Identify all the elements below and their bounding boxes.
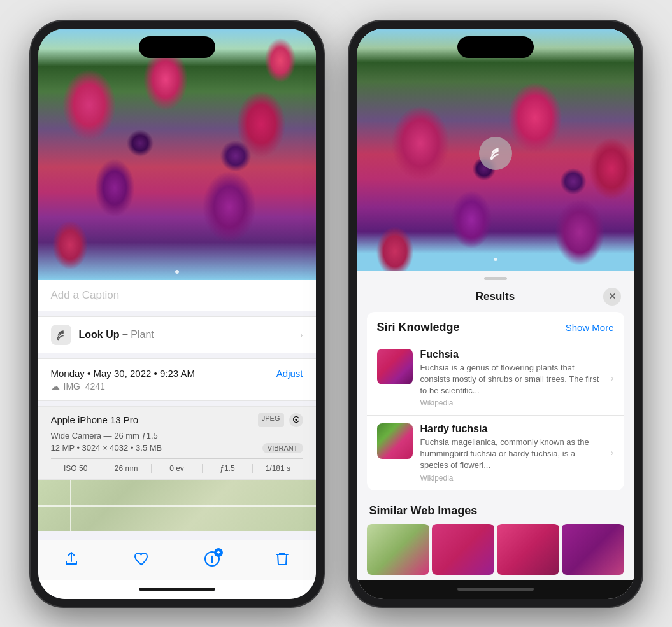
lookup-row[interactable]: Look Up – Plant › xyxy=(38,316,316,353)
dynamic-island-right xyxy=(457,36,534,58)
sim-image-3[interactable] xyxy=(497,524,559,575)
camera-icon: ⦿ xyxy=(289,413,303,427)
similar-images-row xyxy=(367,524,624,575)
hardy-info: Hardy fuchsia Fuchsia magellanica, commo… xyxy=(420,423,603,483)
photo-dot-right xyxy=(494,258,497,261)
filename-text: IMG_4241 xyxy=(64,381,105,391)
siri-header: Siri Knowledge Show More xyxy=(367,312,624,341)
lookup-leaf-icon xyxy=(487,144,504,162)
fuchsia-name: Fuchsia xyxy=(420,349,603,360)
camera-spec: Wide Camera — 26 mm ƒ1.5 xyxy=(51,431,303,440)
device-name: Apple iPhone 13 Pro xyxy=(51,414,139,425)
results-close-button[interactable]: ✕ xyxy=(603,288,621,306)
similar-section: Similar Web Images xyxy=(367,498,624,575)
toolbar-left: ✦ xyxy=(38,540,316,580)
photo-left[interactable] xyxy=(38,29,316,280)
fuchsia-thumbnail xyxy=(377,349,413,384)
exif-ev: 0 ev xyxy=(152,464,202,473)
caption-area[interactable]: Add a Caption xyxy=(38,280,316,311)
hardy-thumbnail xyxy=(377,423,413,459)
siri-knowledge-section: Siri Knowledge Show More Fuchsia Fuchsia… xyxy=(367,312,624,490)
home-bar-right xyxy=(357,580,634,599)
sim-image-2[interactable] xyxy=(432,524,494,575)
results-content: Siri Knowledge Show More Fuchsia Fuchsia… xyxy=(357,312,634,580)
exif-shutter: 1/181 s xyxy=(253,464,303,473)
info-badge: ✦ xyxy=(214,548,223,557)
knowledge-item-fuchsia[interactable]: Fuchsia Fuchsia is a genus of flowering … xyxy=(367,341,624,416)
siri-title: Siri Knowledge xyxy=(377,321,460,334)
home-bar-left xyxy=(38,580,316,599)
sim-image-1[interactable] xyxy=(367,524,429,575)
sim-image-4[interactable] xyxy=(562,524,624,575)
vibrant-badge: VIBRANT xyxy=(262,443,303,453)
info-button[interactable]: ✦ xyxy=(204,551,220,567)
hardy-description: Fuchsia magellanica, commonly known as t… xyxy=(420,437,603,472)
right-phone: Results ✕ Siri Knowledge Show More xyxy=(349,21,642,607)
favorite-button[interactable] xyxy=(133,551,150,567)
device-row: Apple iPhone 13 Pro JPEG ⦿ xyxy=(51,413,303,427)
camera-mp: 12 MP • 3024 × 4032 • 3.5 MB xyxy=(51,443,162,453)
device-badges: JPEG ⦿ xyxy=(258,413,303,427)
lookup-label: Look Up – xyxy=(79,329,128,340)
fuchsia-chevron-icon: › xyxy=(611,373,614,383)
device-section: Apple iPhone 13 Pro JPEG ⦿ Wide Camera —… xyxy=(38,406,316,480)
lookup-chevron-icon: › xyxy=(300,330,303,340)
exif-aperture: ƒ1.5 xyxy=(203,464,253,473)
home-indicator-right xyxy=(457,588,534,591)
fuchsia-description: Fuchsia is a genus of flowering plants t… xyxy=(420,362,603,397)
knowledge-item-hardy[interactable]: Hardy fuchsia Fuchsia magellanica, commo… xyxy=(367,415,624,490)
fuchsia-info: Fuchsia Fuchsia is a genus of flowering … xyxy=(420,349,603,408)
exif-iso: ISO 50 xyxy=(51,464,101,473)
cloud-icon: ☁ xyxy=(51,381,60,391)
info-section: Monday • May 30, 2022 • 9:23 AM Adjust ☁… xyxy=(38,358,316,401)
filename-row: ☁ IMG_4241 xyxy=(51,381,303,391)
content-area-left: Add a Caption Look Up – Plant › xyxy=(38,280,316,540)
lookup-text: Look Up – Plant xyxy=(79,329,154,341)
camera-spec-row: 12 MP • 3024 × 4032 • 3.5 MB VIBRANT xyxy=(51,443,303,453)
results-panel: Results ✕ Siri Knowledge Show More xyxy=(357,271,634,580)
show-more-button[interactable]: Show More xyxy=(566,322,614,333)
map-area[interactable] xyxy=(38,480,316,531)
hardy-source: Wikipedia xyxy=(420,474,603,483)
delete-button[interactable] xyxy=(275,551,290,567)
flowers-bg-left xyxy=(38,29,316,280)
results-title: Results xyxy=(476,290,515,303)
date-text: Monday • May 30, 2022 • 9:23 AM xyxy=(51,368,195,379)
exif-mm: 26 mm xyxy=(101,464,152,473)
map-road-v xyxy=(70,480,71,531)
hardy-chevron-icon: › xyxy=(611,447,614,458)
lookup-subject: Plant xyxy=(131,329,154,340)
map-road-h xyxy=(38,505,316,507)
photo-right[interactable] xyxy=(357,29,634,271)
results-header: Results ✕ xyxy=(357,280,634,312)
date-row: Monday • May 30, 2022 • 9:23 AM Adjust xyxy=(51,368,303,379)
similar-title: Similar Web Images xyxy=(367,498,624,524)
fuchsia-source: Wikipedia xyxy=(420,398,603,407)
left-screen: Add a Caption Look Up – Plant › xyxy=(38,29,316,599)
exif-row: ISO 50 26 mm 0 ev ƒ1.5 1/181 s xyxy=(51,458,303,473)
photo-dot-indicator xyxy=(175,270,179,274)
share-button[interactable] xyxy=(64,551,79,567)
visual-lookup-button[interactable] xyxy=(479,137,512,170)
right-screen: Results ✕ Siri Knowledge Show More xyxy=(357,29,634,599)
hardy-name: Hardy fuchsia xyxy=(420,423,603,435)
phones-container: Add a Caption Look Up – Plant › xyxy=(31,21,642,607)
dynamic-island-left xyxy=(139,36,215,58)
lookup-icon xyxy=(51,325,71,345)
caption-placeholder: Add a Caption xyxy=(51,289,120,301)
home-indicator-left xyxy=(139,588,215,591)
adjust-button[interactable]: Adjust xyxy=(276,368,303,379)
left-phone: Add a Caption Look Up – Plant › xyxy=(31,21,324,607)
format-badge: JPEG xyxy=(258,413,284,427)
